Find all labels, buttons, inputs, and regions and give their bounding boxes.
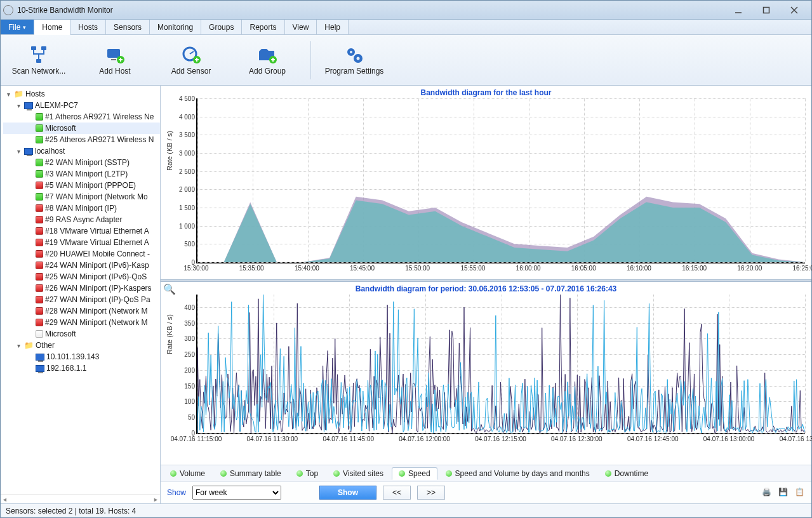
tree-sensor-label: #18 VMware Virtual Ethernet A xyxy=(45,227,149,236)
tree-horizontal-scrollbar[interactable]: ◄► xyxy=(1,495,160,503)
view-tab-label: Speed and Volume by days and months xyxy=(455,469,590,478)
svg-rect-7 xyxy=(107,49,120,58)
folder-icon: 📁 xyxy=(14,90,23,98)
tree-sensor-label: #28 WAN Miniport (Network M xyxy=(45,307,148,315)
tree-sensor-label: #2 WAN Miniport (SSTP) xyxy=(45,158,130,167)
save-icon[interactable]: 💾 xyxy=(778,488,789,498)
status-dot-icon xyxy=(220,470,227,477)
scan-network-button[interactable]: Scan Network... xyxy=(1,45,77,76)
svg-point-16 xyxy=(357,56,360,60)
tree-sensor[interactable]: #19 VMware Virtual Ethernet A xyxy=(3,237,160,248)
tree-sensor[interactable]: #25 Atheros AR9271 Wireless N xyxy=(3,134,160,145)
view-tab-summary-table[interactable]: Summary table xyxy=(213,467,288,480)
tree-sensor[interactable]: #20 HUAWEI Mobile Connect - xyxy=(3,248,160,260)
add-group-button[interactable]: Add Group xyxy=(229,45,305,76)
tree-sensor[interactable]: #26 WAN Miniport (IP)-Kaspers xyxy=(3,282,160,294)
status-dot-icon xyxy=(170,470,176,477)
tab-monitoring[interactable]: Monitoring xyxy=(150,20,201,34)
tree-sensor[interactable]: #27 WAN Miniport (IP)-QoS Pa xyxy=(3,294,160,305)
tab-view[interactable]: View xyxy=(285,20,317,34)
main-body: ▾📁 Hosts▾ ALEXM-PC7 #1 Atheros AR9271 Wi… xyxy=(1,86,811,503)
chart1-plot[interactable]: 05001 0001 5002 0002 5003 0003 5004 0004… xyxy=(196,98,805,263)
view-tab-label: Speed xyxy=(408,469,430,478)
host-tree[interactable]: ▾📁 Hosts▾ ALEXM-PC7 #1 Atheros AR9271 Wi… xyxy=(1,86,160,495)
maximize-button[interactable] xyxy=(755,4,777,17)
tab-sensors[interactable]: Sensors xyxy=(106,20,150,34)
tree-sensor[interactable]: #24 WAN Miniport (IPv6)-Kasp xyxy=(3,260,160,271)
program-settings-button[interactable]: Program Settings xyxy=(316,45,392,76)
tree-host[interactable]: ▾ localhost xyxy=(3,145,160,157)
tab-hosts[interactable]: Hosts xyxy=(70,20,106,34)
tree-host[interactable]: ▾ ALEXM-PC7 xyxy=(3,100,160,111)
folder-icon: 📁 xyxy=(24,341,34,350)
prev-button-label: << xyxy=(392,488,401,497)
tree-sensor[interactable]: #28 WAN Miniport (Network M xyxy=(3,305,160,317)
status-dot-icon xyxy=(446,470,452,477)
tree-sensor[interactable]: #7 WAN Miniport (Network Mo xyxy=(3,191,160,203)
add-group-icon xyxy=(257,45,277,64)
tree-sensor-label: #3 WAN Miniport (L2TP) xyxy=(45,169,128,178)
show-button[interactable]: Show xyxy=(319,486,376,500)
tree-sensor-label: #25 Atheros AR9271 Wireless N xyxy=(45,135,154,144)
view-tab-speed[interactable]: Speed xyxy=(392,467,437,480)
tree-sensor[interactable]: #8 WAN Miniport (IP) xyxy=(3,203,160,214)
next-button[interactable]: >> xyxy=(417,486,445,500)
tree-sensor[interactable]: 10.101.139.143 xyxy=(3,351,160,362)
tab-home[interactable]: Home xyxy=(34,20,70,35)
prev-button[interactable]: << xyxy=(383,486,411,500)
tree-sensor[interactable]: #3 WAN Miniport (L2TP) xyxy=(3,168,160,180)
view-tab-volume[interactable]: Volume xyxy=(163,467,212,480)
minimize-button[interactable] xyxy=(728,4,749,17)
view-tabs: VolumeSummary tableTopVisited sitesSpeed… xyxy=(161,465,811,481)
host-tree-panel: ▾📁 Hosts▾ ALEXM-PC7 #1 Atheros AR9271 Wi… xyxy=(1,86,161,503)
tree-sensor[interactable]: #25 WAN Miniport (IPv6)-QoS xyxy=(3,271,160,282)
chart2-plot[interactable]: 050100150200250300350400 xyxy=(196,295,805,434)
scan-network-icon xyxy=(29,45,49,64)
file-menu[interactable]: File xyxy=(1,20,34,34)
status-square-icon xyxy=(36,262,43,269)
print-icon[interactable]: 🖨️ xyxy=(762,488,772,498)
tree-root[interactable]: ▾📁 Hosts xyxy=(3,88,160,100)
statusbar: Sensors: selected 2 | total 19. Hosts: 4 xyxy=(1,503,811,517)
tab-help[interactable]: Help xyxy=(317,20,349,34)
view-tab-speed-and-volume-by-days-and-months[interactable]: Speed and Volume by days and months xyxy=(439,467,597,480)
add-host-button[interactable]: Add Host xyxy=(77,45,153,76)
copy-icon[interactable]: 📋 xyxy=(795,488,805,498)
view-tab-top[interactable]: Top xyxy=(290,467,325,480)
status-square-icon xyxy=(36,296,43,303)
show-label: Show xyxy=(167,488,186,497)
tree-sensor-label: #1 Atheros AR9271 Wireless Ne xyxy=(45,112,154,121)
tree-sensor[interactable]: #1 Atheros AR9271 Wireless Ne xyxy=(3,111,160,123)
tree-sensor[interactable]: #18 VMware Virtual Ethernet A xyxy=(3,225,160,237)
chart-last-hour: Bandwidth diagram for the last hour Rate… xyxy=(161,86,811,279)
tree-sensor[interactable]: #5 WAN Miniport (PPPOE) xyxy=(3,180,160,191)
tree-sensor[interactable]: Microsoft xyxy=(3,328,160,340)
tree-sensor[interactable]: #9 RAS Async Adapter xyxy=(3,214,160,225)
titlebar: 10-Strike Bandwidth Monitor xyxy=(1,1,811,20)
tab-groups[interactable]: Groups xyxy=(201,20,242,34)
status-square-icon xyxy=(36,170,43,178)
tree-sensor[interactable]: #2 WAN Miniport (SSTP) xyxy=(3,157,160,168)
tree-host[interactable]: ▾📁 Other xyxy=(3,340,160,351)
tree-sensor-label: #9 RAS Async Adapter xyxy=(45,215,122,224)
tree-sensor[interactable]: Microsoft xyxy=(3,123,160,134)
view-tab-downtime[interactable]: Downtime xyxy=(598,467,655,480)
add-sensor-button[interactable]: Add Sensor xyxy=(153,45,229,76)
status-dot-icon xyxy=(333,470,340,477)
period-select[interactable]: For week xyxy=(192,486,281,500)
tree-sensor[interactable]: #29 WAN Miniport (Network M xyxy=(3,317,160,328)
tree-host-label: Other xyxy=(36,341,55,350)
close-button[interactable] xyxy=(783,4,805,17)
status-square-icon xyxy=(36,124,43,132)
tree-sensor-label: #24 WAN Miniport (IPv6)-Kasp xyxy=(45,261,149,270)
status-square-icon xyxy=(36,227,43,235)
view-tab-visited-sites[interactable]: Visited sites xyxy=(326,467,390,480)
content-panel: Bandwidth diagram for the last hour Rate… xyxy=(161,86,811,503)
zoom-icon[interactable]: 🔍 xyxy=(163,283,176,295)
computer-icon xyxy=(36,354,44,361)
chart1-title: Bandwidth diagram for the last hour xyxy=(161,86,811,98)
tab-reports[interactable]: Reports xyxy=(242,20,284,34)
tree-sensor-label: #25 WAN Miniport (IPv6)-QoS xyxy=(45,272,147,281)
tree-sensor[interactable]: 192.168.1.1 xyxy=(3,362,160,374)
chart1-xaxis: 15:30:0015:35:0015:40:0015:45:0015:50:00… xyxy=(196,263,805,275)
